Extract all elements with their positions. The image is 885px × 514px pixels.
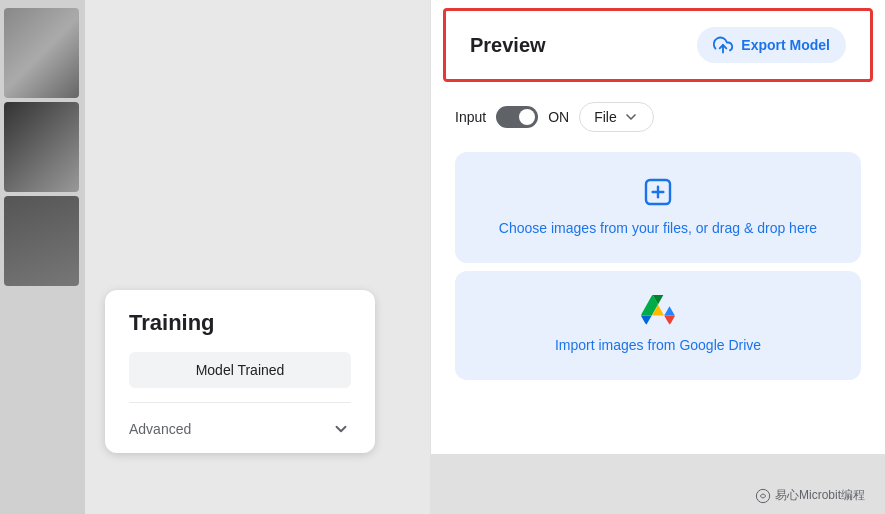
preview-header: Preview Export Model: [443, 8, 873, 82]
input-label: Input: [455, 109, 486, 125]
dropdown-chevron-icon: [623, 109, 639, 125]
toggle-state-label: ON: [548, 109, 569, 125]
advanced-label: Advanced: [129, 421, 191, 437]
export-icon: [713, 35, 733, 55]
thumbnail-2: [4, 102, 79, 192]
left-panel: Training Model Trained Advanced: [0, 0, 430, 514]
training-card: Training Model Trained Advanced: [105, 290, 375, 453]
advanced-row[interactable]: Advanced: [129, 402, 351, 453]
svg-point-4: [756, 489, 769, 502]
training-title: Training: [129, 310, 351, 336]
advanced-chevron-icon[interactable]: [331, 419, 351, 439]
thumbnail-strip: [0, 0, 85, 514]
watermark-text: 易心Microbit编程: [775, 487, 865, 504]
export-label: Export Model: [741, 37, 830, 53]
upload-text: Choose images from your files, or drag &…: [471, 218, 845, 239]
file-dropdown-label: File: [594, 109, 617, 125]
export-model-button[interactable]: Export Model: [697, 27, 846, 63]
file-dropdown[interactable]: File: [579, 102, 654, 132]
model-trained-button[interactable]: Model Trained: [129, 352, 351, 388]
right-panel: Preview Export Model Input ON File: [430, 0, 885, 514]
thumbnail-1: [4, 8, 79, 98]
upload-icon: [471, 176, 845, 208]
bottom-preview-strip: [430, 454, 885, 514]
input-row: Input ON File: [431, 90, 885, 144]
upload-from-files-card[interactable]: Choose images from your files, or drag &…: [455, 152, 861, 263]
google-drive-card[interactable]: Import images from Google Drive: [455, 271, 861, 380]
input-toggle[interactable]: [496, 106, 538, 128]
watermark: 易心Microbit编程: [755, 487, 865, 504]
google-drive-icon: [471, 295, 845, 325]
thumbnail-3: [4, 196, 79, 286]
drive-text: Import images from Google Drive: [471, 335, 845, 356]
preview-title: Preview: [470, 34, 546, 57]
